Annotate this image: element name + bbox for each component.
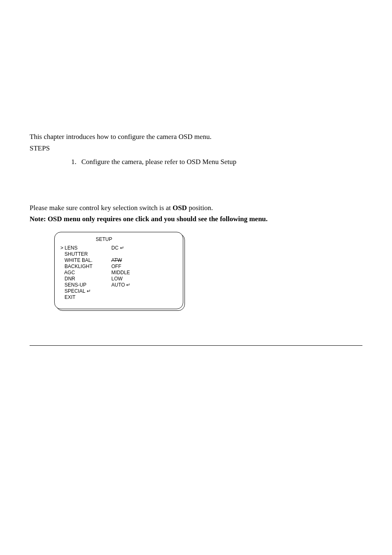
note-text: Note: OSD menu only requires one click a… — [30, 214, 362, 224]
osd-row: BACKLIGHTOFF — [60, 264, 177, 270]
osd-left: EXIT — [60, 294, 111, 301]
osd-row: DNRLOW — [60, 276, 177, 282]
osd-left: SENS-UP — [60, 282, 111, 288]
osd-left: AGC — [60, 270, 111, 276]
osd-left: > LENS — [60, 245, 111, 251]
osd-left: DNR — [60, 276, 111, 282]
paragraph-2: Please make sure control key selection s… — [30, 203, 362, 213]
osd-right: AUTO ↵ — [111, 282, 130, 288]
intro-text: This chapter introduces how to configure… — [30, 132, 362, 142]
osd-row: AGCMIDDLE — [60, 270, 177, 276]
osd-row: EXIT — [60, 294, 177, 301]
osd-left: WHITE BAL. — [60, 257, 111, 264]
osd-row: WHITE BAL.ATW — [60, 257, 177, 264]
osd-left: BACKLIGHT — [60, 264, 111, 270]
para2-bold: OSD — [173, 204, 187, 212]
para2-lead: Please make sure control key selection s… — [30, 204, 173, 212]
osd-right: LOW — [111, 276, 122, 282]
osd-title: SETUP — [96, 236, 177, 243]
steps-label: STEPS — [30, 143, 362, 154]
osd-left: SPECIAL ↵ — [60, 288, 111, 294]
para2-tail: position. — [187, 204, 213, 212]
osd-row: SHUTTER — [60, 251, 177, 257]
osd-right: OFF — [111, 264, 121, 270]
osd-left: SHUTTER — [60, 251, 111, 257]
osd-row: > LENSDC ↵ — [60, 245, 177, 251]
osd-right: MIDDLE — [111, 270, 130, 276]
osd-panel-wrap: SETUP > LENSDC ↵ SHUTTER WHITE BAL.ATW B… — [54, 232, 185, 311]
list-item: 1. Configure the camera, please refer to… — [66, 157, 362, 167]
list-number: 1. — [66, 157, 76, 167]
osd-right: DC ↵ — [111, 245, 124, 251]
list-text: Configure the camera, please refer to OS… — [81, 157, 236, 167]
divider — [30, 345, 362, 346]
osd-panel: SETUP > LENSDC ↵ SHUTTER WHITE BAL.ATW B… — [54, 232, 183, 309]
osd-row: SPECIAL ↵ — [60, 288, 177, 294]
osd-right: ATW — [111, 257, 122, 264]
osd-row: SENS-UPAUTO ↵ — [60, 282, 177, 288]
